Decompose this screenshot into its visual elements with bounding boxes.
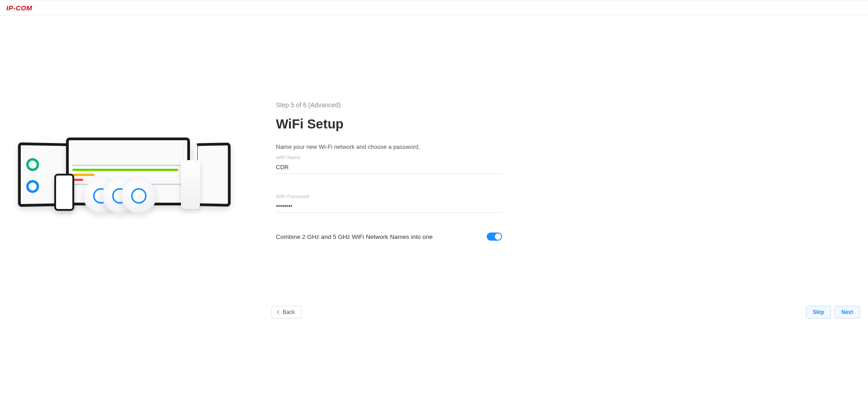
access-point-group-icon	[100, 178, 157, 214]
wifi-name-label: WiFi Name	[276, 155, 502, 160]
wifi-password-field: WiFi Password	[276, 194, 502, 213]
combine-toggle-row: Combine 2 GHz and 5 GHz WiFi Network Nam…	[276, 233, 502, 241]
footer-actions: Skip Next	[806, 306, 860, 318]
illustration-canvas	[18, 138, 235, 219]
product-illustration	[18, 138, 249, 241]
wifi-name-field: WiFi Name	[276, 155, 502, 174]
setup-panel: Step 5 of 6 (Advanced) WiFi Setup Name y…	[276, 101, 502, 241]
combine-toggle-label: Combine 2 GHz and 5 GHz WiFi Network Nam…	[276, 233, 433, 240]
combine-toggle[interactable]	[487, 233, 502, 241]
skip-button[interactable]: Skip	[806, 306, 831, 318]
tablet-right-icon	[195, 142, 231, 207]
next-button[interactable]: Next	[835, 306, 860, 318]
main-stage: Step 5 of 6 (Advanced) WiFi Setup Name y…	[0, 101, 724, 241]
page-title: WiFi Setup	[276, 117, 502, 132]
brand-logo: IP-COM	[6, 4, 32, 12]
back-button-label: Back	[283, 309, 295, 315]
page-hint: Name your new Wi-Fi network and choose a…	[276, 143, 502, 150]
step-indicator: Step 5 of 6 (Advanced)	[276, 101, 502, 109]
top-bar: IP-COM	[0, 0, 868, 15]
phone-icon	[54, 174, 74, 211]
wifi-password-input[interactable]	[276, 201, 502, 213]
outdoor-ap-icon	[181, 160, 200, 209]
wifi-name-input[interactable]	[276, 162, 502, 174]
back-button-wrap: Back	[271, 306, 302, 318]
back-button[interactable]: Back	[271, 306, 302, 318]
wifi-password-label: WiFi Password	[276, 194, 502, 199]
chevron-left-icon	[276, 310, 280, 314]
